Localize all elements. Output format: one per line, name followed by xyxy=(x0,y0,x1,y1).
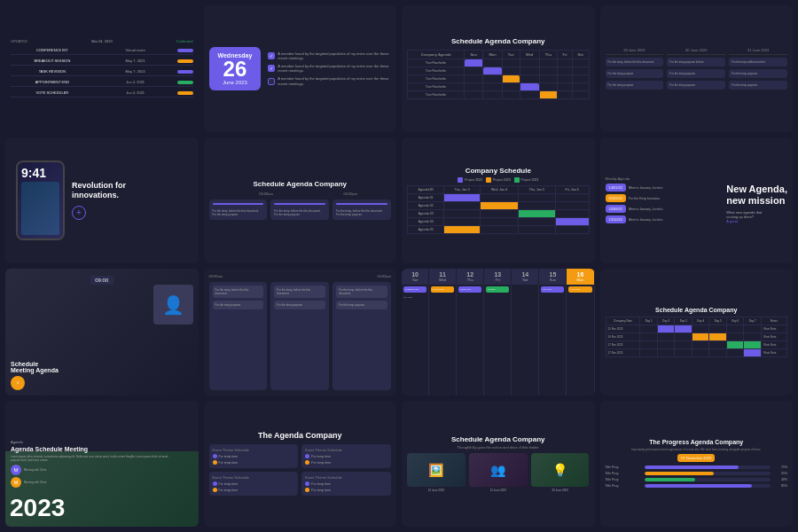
cell xyxy=(572,67,589,75)
th-fri: Fri, Jan 6 xyxy=(555,185,589,193)
cell xyxy=(465,75,483,83)
th-thu: Thu, Jan 5 xyxy=(519,185,555,193)
cell xyxy=(519,217,555,225)
card-text: For the temp, before the this document. … xyxy=(213,209,264,216)
bar-cell xyxy=(726,340,744,348)
day-num: 14 xyxy=(512,271,537,278)
bar-cell xyxy=(640,340,658,348)
table-row: 16 Nov 2025 Short Note xyxy=(606,332,787,340)
task-list: ✓ A member found by the targeted populat… xyxy=(268,51,391,86)
card-item: For temp item xyxy=(213,481,295,486)
card-text: For the temp, before the this document. … xyxy=(336,209,387,216)
event-grid: Event Theme Schedule For temp item For t… xyxy=(209,444,392,496)
date-row-1: 14/01/22 Meet in January, London xyxy=(606,184,724,192)
cell-3: BREAKOUT SESSION xyxy=(11,59,94,63)
event-chip: Kay Plan xyxy=(541,286,564,293)
dot xyxy=(213,481,217,486)
dot xyxy=(213,454,217,458)
th-tue: Tue, Jan 3 xyxy=(444,185,481,193)
progress-row-2: Title Prog 55% xyxy=(606,472,788,475)
slide-1-status: Confirmed xyxy=(176,39,192,43)
phone-time: 9:41 xyxy=(21,166,59,180)
slide-schedule-photos: Schedule Agenda Company Thoughtfully goe… xyxy=(402,401,595,528)
cell xyxy=(465,83,483,91)
cell-4: May 7, 2021 xyxy=(94,59,177,63)
cell xyxy=(520,83,539,91)
th-wed: Wed, Jan 4 xyxy=(481,185,519,193)
cell-5: TASK REVISION xyxy=(11,69,94,74)
col-header-wed: Wed xyxy=(520,51,539,59)
col-header-thu: Thu xyxy=(539,51,557,59)
phone-screen: 9:41 xyxy=(18,162,63,239)
company-schedule-table: Agenda ID Tue, Jan 3 Wed, Jan 4 Thu, Jan… xyxy=(407,185,590,234)
date-label: 17 Nov 2025 xyxy=(606,340,640,348)
time-start: 09:00am xyxy=(226,192,307,196)
cell xyxy=(539,83,557,91)
cell xyxy=(558,91,573,99)
cell xyxy=(481,225,519,233)
schedule-grid-table: Company Agenda Sun Mon Tue Wed Thu Fri S… xyxy=(407,50,590,99)
col-item: For the temp purpose. xyxy=(274,301,325,309)
cal-day-fri: 13Fri xyxy=(484,269,512,285)
revolution-text: Revolution forinnovations. xyxy=(72,181,126,201)
bar-cell xyxy=(675,348,692,356)
col-item: For the temp purpose. xyxy=(336,301,387,309)
date-text-3: Meet in January, London xyxy=(629,207,662,211)
dot xyxy=(305,488,309,492)
badge-2 xyxy=(177,59,193,63)
calendar-header: 10Tue 11Wed 12Thu 13Fri 14Sat 15Sun 16Mo… xyxy=(402,269,595,285)
date-chip-3: 22/08/22 xyxy=(606,205,627,213)
slide-1-schedule-date: Mar 04, 2023 xyxy=(91,39,113,43)
slide-calendar-day: Wednesday 26 June 2023 ✓ A member found … xyxy=(204,5,397,132)
task-checkbox: ✓ xyxy=(268,52,275,59)
arrow-button[interactable]: › xyxy=(11,376,25,390)
th-day3: Day 3 xyxy=(675,317,692,325)
card-item: For temp item xyxy=(213,460,295,465)
avatar-label-2: Meeting with Client xyxy=(24,481,46,484)
cal-day-mon: 16Mon xyxy=(567,269,594,285)
bar-cell xyxy=(726,332,744,340)
cell xyxy=(555,209,589,217)
col-header-mon: Mon xyxy=(483,51,503,59)
plus-button[interactable]: + xyxy=(72,206,86,220)
prog-bar-1 xyxy=(645,466,739,469)
slide-schedule-cards: Schedule Agenda Company 09:00am 04:00pm … xyxy=(204,137,397,264)
table-row: Time Placeholder xyxy=(408,75,590,83)
event-chip: Triangulate xyxy=(431,286,454,293)
cell xyxy=(520,75,539,83)
time-headers: 09:00am 04:00pm xyxy=(209,192,392,196)
slide-meeting-person: 09:00 👤 ScheduleMeeting Agenda › xyxy=(5,269,199,395)
cal-day-tue: 10Tue xyxy=(402,269,429,285)
note-cell: Short Note xyxy=(761,332,786,340)
dates-list: 14/01/22 Meet in January, London 01/02/2… xyxy=(606,184,724,223)
item-text: For temp item xyxy=(219,455,239,458)
table-row: Agenda 01 xyxy=(408,193,590,201)
bar-cell xyxy=(709,340,727,348)
slide-16-title: The Progress Agenda Company xyxy=(649,439,743,445)
calendar-body: Creative Plan Kay Plan Triangulate Selec… xyxy=(402,285,595,395)
col-item: For the temp, before the this document. xyxy=(213,286,264,298)
slide-three-col-agenda: 29 June 2023 For the temp, before the th… xyxy=(600,5,794,132)
day-number: 26 xyxy=(218,59,253,80)
prog-bar-4 xyxy=(645,484,752,488)
cell xyxy=(519,225,555,233)
cell xyxy=(558,59,573,67)
slide-phone-mockup: 9:41 Revolution forinnovations. + xyxy=(5,137,199,264)
cell-8: Jun 4, 2021 xyxy=(94,80,177,84)
date-chip-2: 01/02/22 xyxy=(606,194,627,202)
card-item: For temp item xyxy=(213,488,295,492)
dot xyxy=(305,454,309,458)
bar-cell xyxy=(744,325,762,332)
col-header-sun: Sun xyxy=(465,51,483,59)
legend-item-3: Project 2023 xyxy=(514,177,539,183)
prog-bar-bg-3 xyxy=(645,478,771,481)
row-label: Agenda 02 xyxy=(408,201,444,209)
person-icon: 👤 xyxy=(162,294,184,316)
cell-7: APPOINTMENT END xyxy=(11,80,94,84)
cal-col-7: Side Plan xyxy=(567,285,594,395)
date-row-3: 22/08/22 Meet in January, London xyxy=(606,205,724,213)
item-text: For temp item xyxy=(311,461,331,465)
task-text: A member found by the targeted populatio… xyxy=(278,51,391,60)
task-item: ✓ A member found by the targeted populat… xyxy=(268,51,391,60)
cell xyxy=(444,209,481,217)
